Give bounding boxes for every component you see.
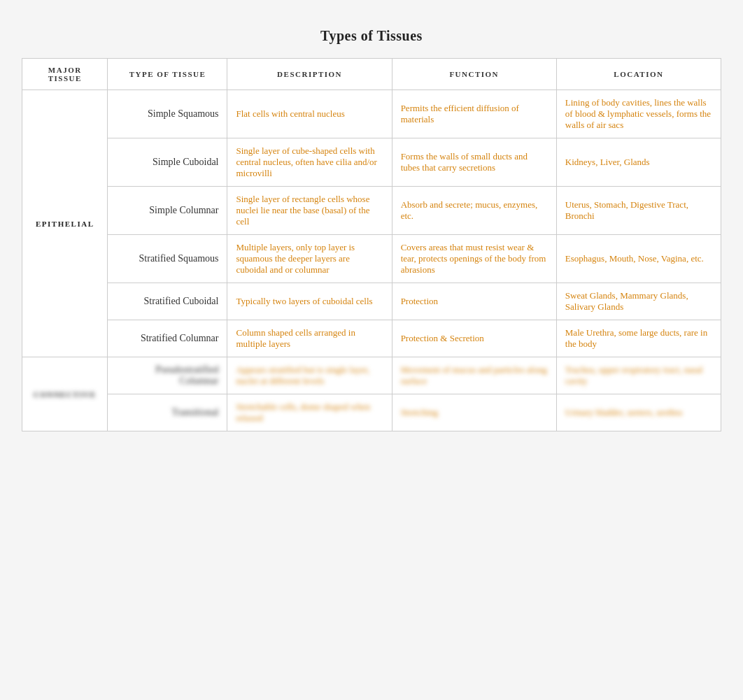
header-description: DESCRIPTION [227,59,392,90]
tissue-type-blurred-1: Pseudostratified Columnar [108,357,227,394]
table-row: Stratified Cuboidal Typically two layers… [22,283,721,320]
header-location: LOCATION [556,59,721,90]
table-row: EPITHELIAL Simple Squamous Flat cells wi… [22,90,721,138]
desc-stratified-cuboidal: Typically two layers of cuboidal cells [227,283,392,320]
table-row-blurred-1: CONNECTIVE Pseudostratified Columnar App… [22,357,721,394]
tissue-type-stratified-columnar: Stratified Columnar [108,320,227,357]
table-row: Stratified Columnar Column shaped cells … [22,320,721,357]
table-row: Simple Columnar Single layer of rectangl… [22,187,721,235]
func-simple-cuboidal: Forms the walls of small ducts and tubes… [392,138,556,187]
header-function: FUNCTION [392,59,556,90]
desc-stratified-columnar: Column shaped cells arranged in multiple… [227,320,392,357]
func-blurred-2: Stretching [392,394,556,431]
desc-stratified-squamous: Multiple layers, only top layer is squam… [227,235,392,283]
page-title: Types of Tissues [22,28,721,44]
desc-simple-squamous: Flat cells with central nucleus [227,90,392,138]
loc-simple-cuboidal: Kidneys, Liver, Glands [556,138,721,187]
table-row-blurred-2: Transitional Stretchable cells, dome sha… [22,394,721,431]
loc-simple-columnar: Uterus, Stomach, Digestive Tract, Bronch… [556,187,721,235]
func-simple-squamous: Permits the efficient diffusion of mater… [392,90,556,138]
tissue-type-stratified-squamous: Stratified Squamous [108,235,227,283]
desc-blurred-1: Appears stratified but is single layer, … [227,357,392,394]
desc-simple-cuboidal: Single layer of cube-shaped cells with c… [227,138,392,187]
loc-stratified-squamous: Esophagus, Mouth, Nose, Vagina, etc. [556,235,721,283]
loc-simple-squamous: Lining of body cavities, lines the walls… [556,90,721,138]
major-tissue-label: EPITHELIAL [22,90,108,357]
desc-blurred-2: Stretchable cells, dome shaped when rela… [227,394,392,431]
tissue-type-simple-columnar: Simple Columnar [108,187,227,235]
tissue-type-blurred-2: Transitional [108,394,227,431]
func-blurred-1: Movement of mucus and particles along su… [392,357,556,394]
header-major-tissue: MAJOR TISSUE [22,59,108,90]
table-row: Simple Cuboidal Single layer of cube-sha… [22,138,721,187]
tissue-table: MAJOR TISSUE TYPE OF TISSUE DESCRIPTION … [22,58,721,431]
loc-blurred-2: Urinary bladder, ureters, urethra [556,394,721,431]
tissue-type-simple-squamous: Simple Squamous [108,90,227,138]
tissue-type-simple-cuboidal: Simple Cuboidal [108,138,227,187]
loc-blurred-1: Trachea, upper respiratory tract, nasal … [556,357,721,394]
func-stratified-squamous: Covers areas that must resist wear & tea… [392,235,556,283]
page-container: Types of Tissues MAJOR TISSUE TYPE OF TI… [22,28,721,672]
header-type-of-tissue: TYPE OF TISSUE [108,59,227,90]
func-stratified-cuboidal: Protection [392,283,556,320]
tissue-type-stratified-cuboidal: Stratified Cuboidal [108,283,227,320]
major-tissue-label-blurred: CONNECTIVE [22,357,108,431]
loc-stratified-columnar: Male Urethra, some large ducts, rare in … [556,320,721,357]
loc-stratified-cuboidal: Sweat Glands, Mammary Glands, Salivary G… [556,283,721,320]
func-stratified-columnar: Protection & Secretion [392,320,556,357]
desc-simple-columnar: Single layer of rectangle cells whose nu… [227,187,392,235]
table-row: Stratified Squamous Multiple layers, onl… [22,235,721,283]
func-simple-columnar: Absorb and secrete; mucus, enzymes, etc. [392,187,556,235]
